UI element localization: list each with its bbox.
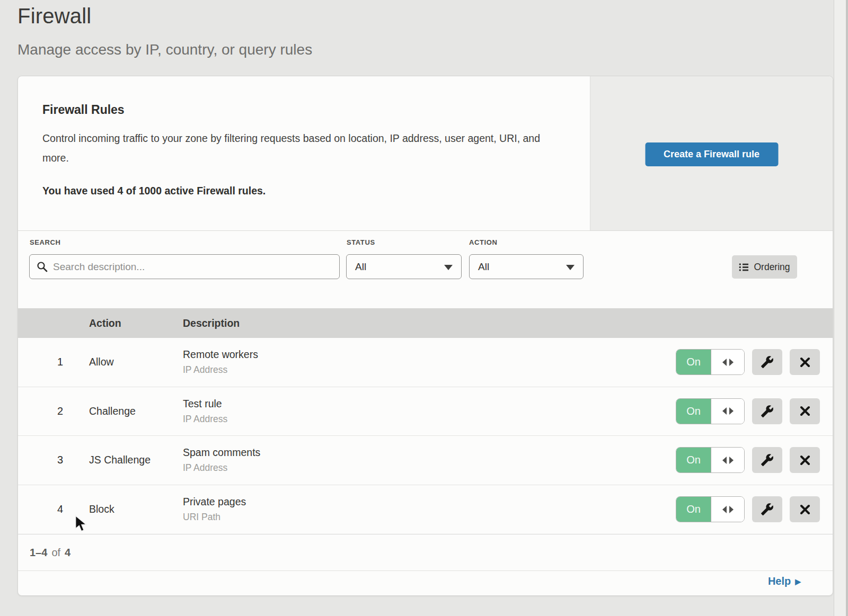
rules-list: 1 Allow Remote workers IP Address On (18, 338, 833, 534)
card-footer: Help ▶ (18, 570, 833, 596)
filters-section: SEARCH STATUS All ACTION All (18, 231, 833, 308)
rule-number: 1 (18, 356, 63, 368)
edit-rule-button[interactable] (752, 447, 782, 473)
rule-description-title: Spam comments (183, 447, 676, 459)
rule-description: Test rule IP Address (183, 398, 676, 425)
left-right-arrows-icon[interactable] (711, 399, 744, 424)
pagination-total: 4 (65, 547, 70, 559)
window-right-gutter (834, 0, 848, 616)
rule-description-title: Test rule (183, 398, 676, 410)
ordering-button[interactable]: Ordering (732, 255, 797, 279)
delete-rule-button[interactable] (790, 496, 820, 522)
search-input[interactable] (29, 254, 340, 279)
help-link[interactable]: Help ▶ (768, 575, 801, 587)
pagination-range: 1–4 (30, 547, 47, 559)
rule-description: Remote workers IP Address (183, 349, 676, 376)
edit-rule-button[interactable] (752, 496, 782, 522)
firewall-rules-card: Firewall Rules Control incoming traffic … (17, 76, 833, 596)
page-title: Firewall (17, 4, 91, 28)
x-icon (799, 454, 811, 467)
table-header: Action Description (18, 308, 833, 338)
rule-action: JS Challenge (89, 454, 183, 466)
chevron-down-icon (444, 265, 453, 270)
action-selected-value: All (478, 261, 489, 273)
rule-number: 2 (18, 405, 63, 417)
edit-rule-button[interactable] (752, 349, 782, 375)
toggle-on-label[interactable]: On (676, 350, 711, 374)
rule-controls: On (676, 447, 820, 473)
pagination-bar: 1–4 of 4 (18, 534, 833, 570)
chevron-down-icon (566, 265, 575, 270)
rule-match-type: IP Address (183, 364, 676, 376)
table-row: 2 Challenge Test rule IP Address On (18, 387, 833, 436)
toggle-on-label[interactable]: On (676, 448, 711, 472)
x-icon (799, 405, 811, 417)
chevron-right-icon: ▶ (795, 577, 801, 586)
left-right-arrows-icon[interactable] (711, 448, 744, 472)
intro-section: Firewall Rules Control incoming traffic … (18, 76, 833, 231)
ordered-list-icon (739, 263, 749, 272)
action-select[interactable]: All (469, 254, 584, 279)
rule-number: 4 (18, 503, 63, 515)
card-heading: Firewall Rules (42, 103, 558, 117)
left-right-arrows-icon[interactable] (711, 497, 744, 522)
rule-description-title: Private pages (183, 496, 676, 508)
toggle-on-label[interactable]: On (676, 497, 711, 522)
delete-rule-button[interactable] (790, 447, 820, 473)
action-label: ACTION (469, 238, 497, 246)
ordering-button-label: Ordering (754, 262, 790, 273)
wrench-icon (761, 355, 774, 369)
card-description: Control incoming traffic to your zone by… (42, 129, 551, 168)
rule-match-type: IP Address (183, 414, 676, 425)
wrench-icon (761, 405, 774, 418)
firewall-page: Firewall Manage access by IP, country, o… (0, 0, 848, 616)
x-icon (799, 356, 811, 369)
column-header-action: Action (89, 308, 121, 338)
rule-description-title: Remote workers (183, 349, 676, 361)
delete-rule-button[interactable] (790, 398, 820, 424)
status-selected-value: All (355, 261, 366, 273)
rule-description: Spam comments IP Address (183, 447, 676, 474)
search-field-wrap (29, 254, 340, 279)
rule-enabled-toggle[interactable]: On (676, 447, 745, 473)
wrench-icon (761, 453, 774, 467)
status-label: STATUS (347, 238, 375, 246)
rule-description: Private pages URI Path (183, 496, 676, 523)
table-row: 3 JS Challenge Spam comments IP Address … (18, 436, 833, 485)
edit-rule-button[interactable] (752, 398, 782, 424)
rule-controls: On (676, 398, 820, 424)
rule-controls: On (676, 349, 820, 375)
usage-summary: You have used 4 of 1000 active Firewall … (42, 185, 558, 197)
rule-action: Block (89, 503, 183, 515)
rule-action: Challenge (89, 405, 183, 417)
create-rule-panel: Create a Firewall rule (590, 76, 833, 230)
status-select[interactable]: All (346, 254, 462, 279)
rule-enabled-toggle[interactable]: On (676, 349, 745, 375)
table-row: 4 Block Private pages URI Path On (18, 485, 833, 534)
table-row: 1 Allow Remote workers IP Address On (18, 338, 833, 387)
delete-rule-button[interactable] (790, 349, 820, 375)
rule-action: Allow (89, 356, 183, 368)
x-icon (799, 503, 811, 516)
rule-match-type: IP Address (183, 462, 676, 474)
create-firewall-rule-button[interactable]: Create a Firewall rule (645, 142, 778, 166)
rule-controls: On (676, 496, 820, 522)
rule-number: 3 (18, 454, 63, 466)
toggle-on-label[interactable]: On (676, 399, 711, 424)
rule-enabled-toggle[interactable]: On (676, 496, 745, 522)
left-right-arrows-icon[interactable] (711, 350, 744, 374)
rule-enabled-toggle[interactable]: On (676, 398, 745, 424)
page-subtitle: Manage access by IP, country, or query r… (17, 41, 312, 58)
search-icon (37, 261, 48, 272)
intro-text-block: Firewall Rules Control incoming traffic … (18, 76, 590, 230)
pagination-of: of (51, 547, 60, 559)
column-header-description: Description (183, 308, 240, 338)
rule-match-type: URI Path (183, 512, 676, 523)
help-link-label: Help (768, 575, 791, 587)
wrench-icon (761, 503, 774, 516)
search-label: SEARCH (30, 238, 61, 246)
